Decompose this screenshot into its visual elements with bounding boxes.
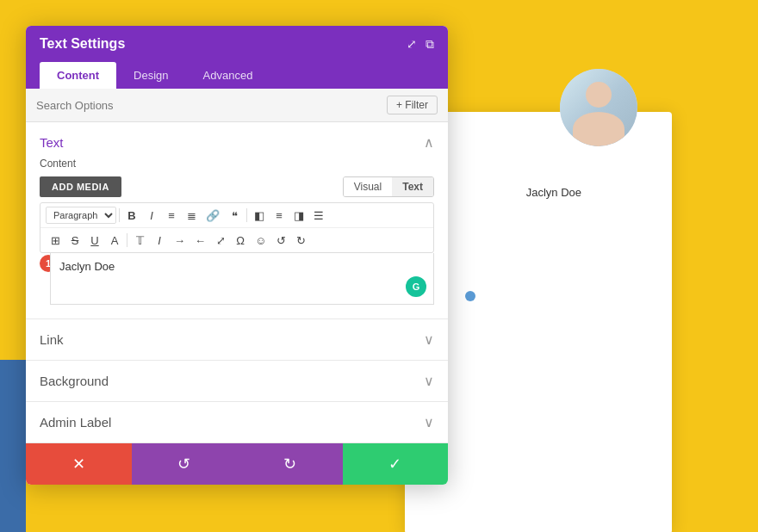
text-chevron-icon: ∧ (424, 134, 434, 151)
text-tab[interactable]: Text (392, 177, 433, 196)
text-section-body: Content ADD MEDIA Visual Text Paragraph (26, 158, 448, 319)
paragraph-select[interactable]: Paragraph (46, 207, 116, 224)
tab-advanced[interactable]: Advanced (186, 62, 270, 89)
undo-button[interactable]: ↺ (132, 443, 238, 485)
link-section: Link ∨ (26, 319, 448, 361)
separator-3 (127, 233, 127, 247)
search-input[interactable] (36, 99, 387, 112)
editor-area[interactable]: Jaclyn Doe G (50, 253, 434, 305)
settings-panel: Text Settings ⤢ ⧉ Content Design Advance… (26, 26, 448, 485)
text-section-title: Text (40, 135, 64, 150)
text-section: Text ∧ Content ADD MEDIA Visual Text (26, 122, 448, 319)
avatar-image (560, 69, 637, 146)
panel-header: Text Settings ⤢ ⧉ (26, 26, 448, 62)
tab-content[interactable]: Content (40, 62, 116, 89)
italic2-button[interactable]: I (150, 231, 169, 250)
link-button[interactable]: 🔗 (202, 206, 224, 225)
background-chevron-icon: ∨ (424, 373, 434, 389)
paste-text-button[interactable]: 𝕋 (130, 231, 149, 250)
separator-2 (246, 208, 247, 222)
redo-button[interactable]: ↻ (237, 443, 343, 485)
editor-toolbar: Paragraph B I ≡ ≣ 🔗 ❝ ◧ ≡ ◨ ☰ (40, 202, 434, 253)
outdent-button[interactable]: ← (190, 231, 210, 250)
align-justify-button[interactable]: ☰ (309, 206, 328, 225)
search-bar: + Filter (26, 89, 448, 122)
confirm-button[interactable]: ✓ (343, 443, 449, 485)
cancel-button[interactable]: ✕ (26, 443, 132, 485)
admin-section: Admin Label ∨ (26, 402, 448, 443)
admin-section-title: Admin Label (40, 415, 111, 430)
panel-footer: ✕ ↺ ↻ ✓ (26, 443, 448, 485)
table-button[interactable]: ⊞ (46, 231, 65, 250)
edit-indicator (465, 291, 475, 301)
panel-tabs: Content Design Advanced (26, 62, 448, 89)
undo-editor-button[interactable]: ↺ (271, 231, 290, 250)
visual-tab[interactable]: Visual (344, 177, 392, 196)
indent-button[interactable]: → (170, 231, 190, 250)
emoji-button[interactable]: ☺ (251, 231, 270, 250)
bold-button[interactable]: B (122, 206, 141, 225)
link-section-header[interactable]: Link ∨ (26, 319, 448, 360)
unordered-list-button[interactable]: ≡ (162, 206, 181, 225)
content-label: Content (40, 158, 434, 170)
visual-text-tabs: Visual Text (343, 176, 434, 197)
text-section-header[interactable]: Text ∧ (26, 122, 448, 158)
background-section-title: Background (40, 374, 109, 388)
columns-icon[interactable]: ⧉ (426, 37, 434, 52)
special-chars-button[interactable]: Ω (231, 231, 250, 250)
text-color-button[interactable]: A (105, 231, 124, 250)
align-right-button[interactable]: ◨ (289, 206, 308, 225)
background-section-header[interactable]: Background ∨ (26, 361, 448, 401)
blockquote-button[interactable]: ❝ (225, 206, 244, 225)
fullscreen-button[interactable]: ⤢ (211, 231, 230, 250)
grammarly-button[interactable]: G (406, 276, 426, 297)
avatar (560, 69, 637, 146)
underline-button[interactable]: U (85, 231, 104, 250)
italic-button[interactable]: I (142, 206, 161, 225)
ordered-list-button[interactable]: ≣ (182, 206, 201, 225)
link-section-title: Link (40, 332, 64, 347)
editor-wrapper: 1 Jaclyn Doe G (50, 253, 434, 305)
editor-toolbar-top: ADD MEDIA Visual Text (40, 176, 434, 197)
link-chevron-icon: ∨ (424, 331, 434, 348)
strikethrough-button[interactable]: S (65, 231, 84, 250)
align-left-button[interactable]: ◧ (250, 206, 269, 225)
toolbar-row-2: ⊞ S U A 𝕋 I → ← ⤢ Ω ☺ ↺ ↻ (40, 228, 433, 252)
add-media-button[interactable]: ADD MEDIA (40, 176, 121, 197)
editor-content: Jaclyn Doe (59, 260, 115, 273)
header-icons: ⤢ ⧉ (407, 37, 434, 52)
background-section: Background ∨ (26, 361, 448, 402)
admin-chevron-icon: ∨ (424, 414, 434, 430)
filter-button[interactable]: + Filter (387, 96, 438, 114)
expand-icon[interactable]: ⤢ (407, 37, 417, 52)
align-center-button[interactable]: ≡ (270, 206, 289, 225)
panel-content: Text ∧ Content ADD MEDIA Visual Text (26, 122, 448, 443)
toolbar-row-1: Paragraph B I ≡ ≣ 🔗 ❝ ◧ ≡ ◨ ☰ (40, 203, 433, 228)
redo-editor-button[interactable]: ↻ (291, 231, 310, 250)
preview-name: Jaclyn Doe (526, 186, 581, 199)
panel-title: Text Settings (40, 36, 125, 52)
blue-strip (0, 360, 26, 532)
tab-design[interactable]: Design (116, 62, 185, 89)
admin-section-header[interactable]: Admin Label ∨ (26, 402, 448, 442)
separator-1 (119, 208, 120, 222)
